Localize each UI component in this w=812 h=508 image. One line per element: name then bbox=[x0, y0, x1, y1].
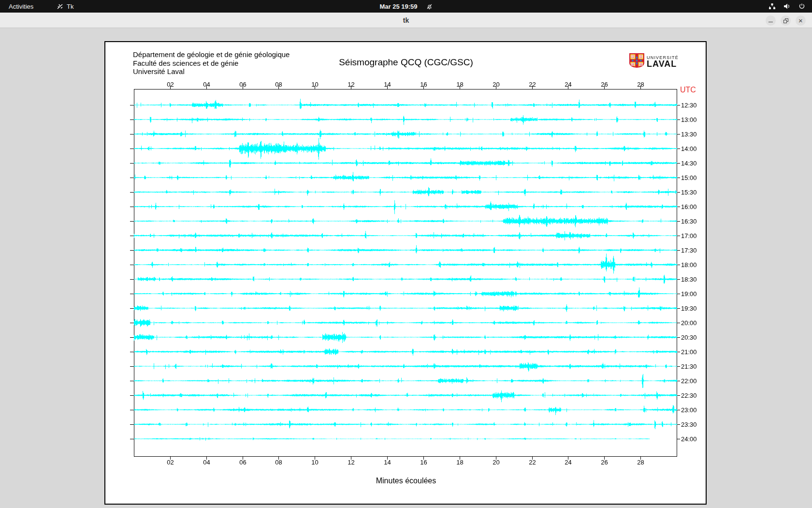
app-menu[interactable]: Tk bbox=[57, 0, 73, 13]
minimize-button[interactable] bbox=[766, 15, 776, 26]
x-tick-label-bottom: 10 bbox=[308, 459, 322, 466]
time-label: 20:30 bbox=[681, 334, 697, 341]
time-label: 17:00 bbox=[681, 232, 697, 239]
tk-app-icon bbox=[57, 3, 64, 10]
x-tick-label-bottom: 04 bbox=[200, 459, 214, 466]
volume-icon bbox=[783, 3, 791, 10]
time-label: 22:00 bbox=[681, 377, 697, 385]
gnome-top-bar: Activities Tk Mar 25 19:59 bbox=[0, 0, 812, 13]
x-tick-label-top: 06 bbox=[236, 81, 250, 88]
clock-button[interactable]: Mar 25 19:59 bbox=[379, 3, 432, 10]
time-label: 14:00 bbox=[681, 145, 697, 152]
utc-axis-label: UTC bbox=[680, 86, 696, 94]
time-label: 12:30 bbox=[681, 102, 697, 109]
x-tick-label-bottom: 18 bbox=[453, 459, 467, 466]
tk-window-body: Département de géologie et de génie géol… bbox=[0, 28, 812, 508]
time-label: 22:30 bbox=[681, 392, 697, 399]
x-tick-label-top: 08 bbox=[272, 81, 286, 88]
desktop: Activities Tk Mar 25 19:59 bbox=[0, 0, 812, 508]
system-status-area[interactable] bbox=[768, 0, 805, 13]
time-label: 14:30 bbox=[681, 160, 697, 167]
x-tick-label-bottom: 20 bbox=[489, 459, 504, 466]
time-label: 21:30 bbox=[681, 363, 697, 370]
time-label: 23:00 bbox=[681, 406, 697, 414]
time-label: 20:00 bbox=[681, 319, 697, 327]
time-label: 15:00 bbox=[681, 174, 697, 181]
x-tick-label-top: 20 bbox=[489, 81, 504, 88]
time-label: 18:30 bbox=[681, 276, 697, 283]
restore-icon bbox=[783, 18, 788, 23]
laval-shield-icon bbox=[629, 53, 644, 70]
x-tick-label-top: 22 bbox=[525, 81, 540, 88]
x-tick-label-bottom: 06 bbox=[236, 459, 250, 466]
time-label: 24:00 bbox=[681, 435, 697, 443]
logo-laval-text: LAVAL bbox=[647, 60, 679, 68]
clock-label: Mar 25 19:59 bbox=[379, 3, 417, 10]
x-tick-label-top: 24 bbox=[561, 81, 576, 88]
universite-laval-logo: UNIVERSITÉ LAVAL bbox=[629, 53, 679, 70]
time-label: 16:30 bbox=[681, 218, 697, 225]
x-tick-label-top: 28 bbox=[634, 81, 648, 88]
time-label: 15:30 bbox=[681, 189, 697, 196]
institution-line: Université Laval bbox=[133, 67, 290, 76]
x-tick-label-bottom: 24 bbox=[561, 459, 576, 466]
time-label: 19:00 bbox=[681, 290, 697, 298]
power-icon bbox=[798, 3, 805, 10]
x-tick-label-bottom: 28 bbox=[634, 459, 648, 466]
time-label: 18:00 bbox=[681, 261, 697, 269]
minimize-icon bbox=[768, 22, 773, 23]
x-tick-label-bottom: 16 bbox=[417, 459, 431, 466]
x-tick-label-bottom: 26 bbox=[597, 459, 612, 466]
x-tick-label-top: 14 bbox=[380, 81, 395, 88]
x-tick-label-top: 02 bbox=[163, 81, 178, 88]
x-tick-label-top: 04 bbox=[200, 81, 214, 88]
time-label: 13:30 bbox=[681, 131, 697, 138]
time-label: 17:30 bbox=[681, 247, 697, 254]
time-label: 23:30 bbox=[681, 421, 697, 428]
time-label: 13:00 bbox=[681, 116, 697, 123]
close-icon: × bbox=[798, 17, 803, 24]
activities-label: Activities bbox=[9, 3, 33, 10]
x-tick-label-bottom: 14 bbox=[380, 459, 395, 466]
x-tick-label-bottom: 02 bbox=[163, 459, 178, 466]
app-menu-label: Tk bbox=[67, 3, 73, 10]
x-tick-label-bottom: 22 bbox=[525, 459, 540, 466]
x-tick-label-top: 10 bbox=[308, 81, 322, 88]
x-tick-label-top: 12 bbox=[344, 81, 359, 88]
window-title-bar[interactable]: tk bbox=[0, 13, 812, 28]
restore-button[interactable] bbox=[781, 15, 791, 26]
network-wired-icon bbox=[768, 3, 776, 10]
seismograph-canvas: Département de géologie et de génie géol… bbox=[104, 41, 707, 505]
clock-area: Mar 25 19:59 bbox=[0, 0, 812, 13]
x-axis-label: Minutes écoulées bbox=[334, 477, 478, 485]
time-label: 21:00 bbox=[681, 348, 697, 356]
close-button[interactable]: × bbox=[796, 15, 806, 26]
chart-title: Séismographe QCQ (CGC/GSC) bbox=[261, 57, 551, 68]
activities-button[interactable]: Activities bbox=[9, 0, 33, 13]
x-tick-label-top: 26 bbox=[597, 81, 612, 88]
notifications-muted-icon bbox=[426, 3, 433, 10]
seismograph-plot bbox=[105, 42, 706, 504]
x-tick-label-top: 18 bbox=[453, 81, 467, 88]
window-title: tk bbox=[0, 13, 812, 28]
time-label: 16:00 bbox=[681, 203, 697, 210]
x-tick-label-bottom: 12 bbox=[344, 459, 359, 466]
x-tick-label-bottom: 08 bbox=[272, 459, 286, 466]
time-label: 19:30 bbox=[681, 305, 697, 312]
x-tick-label-top: 16 bbox=[417, 81, 431, 88]
